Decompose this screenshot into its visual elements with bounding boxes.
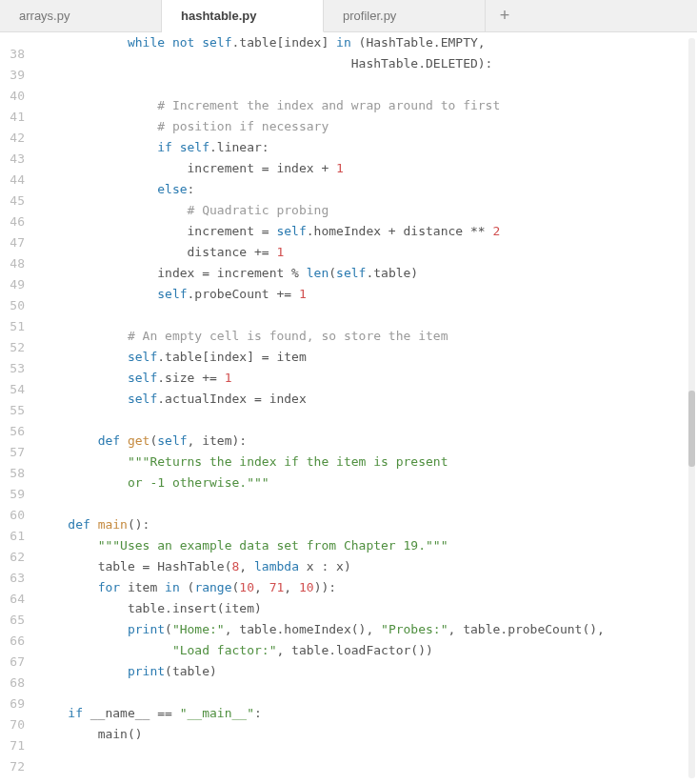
line-number: 63 xyxy=(0,568,25,589)
code-line[interactable]: # Increment the index and wrap around to… xyxy=(38,95,697,116)
line-number: 38 xyxy=(0,44,25,65)
line-number xyxy=(0,34,25,44)
scrollbar-thumb[interactable] xyxy=(688,391,695,467)
code-line[interactable] xyxy=(38,682,697,703)
scrollbar[interactable] xyxy=(688,38,695,778)
tab-label: arrays.py xyxy=(19,9,70,23)
line-number: 49 xyxy=(0,274,25,295)
line-number: 65 xyxy=(0,610,25,631)
line-number: 57 xyxy=(0,442,25,463)
line-number: 44 xyxy=(0,170,25,191)
code-line[interactable]: distance += 1 xyxy=(38,242,697,263)
line-number: 67 xyxy=(0,652,25,673)
code-line[interactable]: # An empty cell is found, so store the i… xyxy=(38,326,697,347)
code-line[interactable]: # Quadratic probing xyxy=(38,200,697,221)
line-number: 60 xyxy=(0,505,25,526)
line-number: 42 xyxy=(0,128,25,149)
code-line[interactable]: def get(self, item): xyxy=(38,431,697,452)
tab-label: profiler.py xyxy=(343,9,396,23)
line-number: 54 xyxy=(0,379,25,400)
code-line[interactable]: HashTable.DELETED): xyxy=(38,53,697,74)
tab-profiler[interactable]: profiler.py xyxy=(324,0,486,31)
line-number: 66 xyxy=(0,631,25,652)
new-tab-button[interactable]: + xyxy=(486,0,524,31)
line-number: 47 xyxy=(0,232,25,253)
line-number: 52 xyxy=(0,337,25,358)
tab-arrays[interactable]: arrays.py xyxy=(0,0,162,31)
line-number: 72 xyxy=(0,756,25,777)
code-line[interactable]: main() xyxy=(38,724,697,745)
code-line[interactable]: index = increment % len(self.table) xyxy=(38,263,697,284)
code-line[interactable]: print(table) xyxy=(38,661,697,682)
line-number: 41 xyxy=(0,107,25,128)
code-line[interactable]: def main(): xyxy=(38,514,697,535)
code-line[interactable]: table.insert(item) xyxy=(38,598,697,619)
code-line[interactable] xyxy=(38,745,697,766)
line-number: 68 xyxy=(0,673,25,694)
code-line[interactable]: "Load factor:", table.loadFactor()) xyxy=(38,640,697,661)
line-number: 56 xyxy=(0,421,25,442)
line-number: 55 xyxy=(0,400,25,421)
code-line[interactable]: self.probeCount += 1 xyxy=(38,284,697,305)
code-line[interactable] xyxy=(38,410,697,431)
line-number: 61 xyxy=(0,526,25,547)
tab-hashtable[interactable]: hashtable.py xyxy=(162,0,324,32)
line-number: 39 xyxy=(0,65,25,86)
line-number: 62 xyxy=(0,547,25,568)
line-number: 50 xyxy=(0,295,25,316)
code-line[interactable]: or -1 otherwise.""" xyxy=(38,472,697,493)
code-line[interactable]: increment = index + 1 xyxy=(38,158,697,179)
code-area[interactable]: # Stop searching when an empty cell is e… xyxy=(32,32,697,784)
code-line[interactable]: self.size += 1 xyxy=(38,368,697,389)
line-number: 45 xyxy=(0,191,25,211)
line-number: 48 xyxy=(0,253,25,274)
line-number: 64 xyxy=(0,589,25,610)
code-line[interactable] xyxy=(38,305,697,326)
line-number: 46 xyxy=(0,211,25,232)
tab-bar: arrays.py hashtable.py profiler.py + xyxy=(0,0,697,32)
code-line[interactable]: if self.linear: xyxy=(38,137,697,158)
code-line[interactable]: table = HashTable(8, lambda x : x) xyxy=(38,556,697,577)
code-line[interactable]: """Uses an example data set from Chapter… xyxy=(38,535,697,556)
line-number: 40 xyxy=(0,86,25,107)
line-number: 59 xyxy=(0,484,25,505)
line-number: 43 xyxy=(0,149,25,170)
code-line[interactable]: if __name__ == "__main__": xyxy=(38,703,697,724)
editor[interactable]: 3839404142434445464748495051525354555657… xyxy=(0,32,697,784)
line-number: 70 xyxy=(0,714,25,735)
line-number: 69 xyxy=(0,694,25,714)
code-line[interactable]: print("Home:", table.homeIndex(), "Probe… xyxy=(38,619,697,640)
tab-label: hashtable.py xyxy=(181,9,256,23)
line-number: 71 xyxy=(0,735,25,756)
code-line[interactable]: """Returns the index if the item is pres… xyxy=(38,452,697,472)
code-line[interactable]: while not self.table[index] in (HashTabl… xyxy=(38,32,697,53)
code-line[interactable]: self.actualIndex = index xyxy=(38,389,697,410)
line-number: 51 xyxy=(0,316,25,337)
line-number-gutter: 3839404142434445464748495051525354555657… xyxy=(0,32,32,784)
code-line[interactable]: increment = self.homeIndex + distance **… xyxy=(38,221,697,242)
code-line[interactable] xyxy=(38,74,697,95)
line-number: 58 xyxy=(0,463,25,484)
line-number: 53 xyxy=(0,358,25,379)
code-line[interactable]: self.table[index] = item xyxy=(38,347,697,368)
code-line[interactable]: else: xyxy=(38,179,697,200)
code-line[interactable] xyxy=(38,493,697,514)
code-line[interactable]: # position if necessary xyxy=(38,116,697,137)
code-line[interactable]: for item in (range(10, 71, 10)): xyxy=(38,577,697,598)
